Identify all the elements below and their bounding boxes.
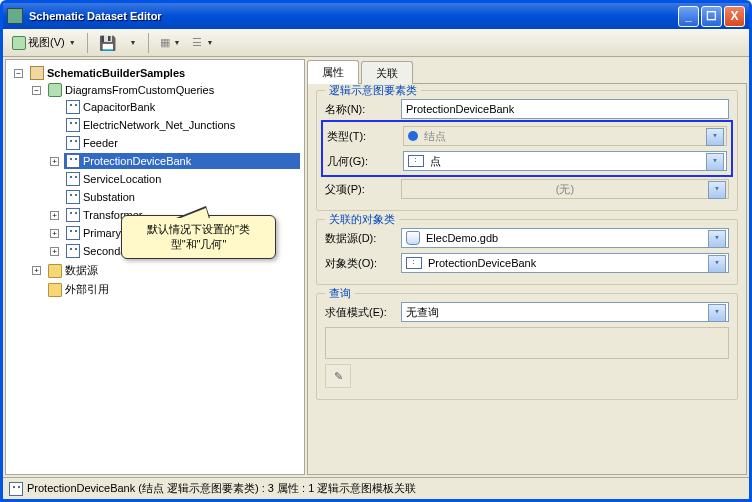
tree-datasources[interactable]: 数据源 — [46, 262, 300, 279]
builder-icon — [30, 66, 44, 80]
window-title: Schematic Dataset Editor — [29, 10, 676, 22]
objectclass-combo[interactable]: ProtectionDeviceBank — [401, 253, 729, 273]
tree-root[interactable]: SchematicBuilderSamples — [28, 65, 300, 81]
diagram-icon — [48, 83, 62, 97]
tool1-button[interactable]: ▦▼ — [155, 32, 186, 54]
status-text: ProtectionDeviceBank (结点 逻辑示意图要素类) : 3 属… — [27, 481, 416, 496]
tree-item[interactable]: ElectricNetwork_Net_Junctions — [64, 117, 300, 133]
expand-toggle[interactable]: − — [14, 69, 23, 78]
status-icon — [9, 482, 23, 496]
properties-pane: 属性 关联 逻辑示意图要素类 名称(N): ProtectionDeviceBa… — [307, 59, 747, 475]
expand-toggle[interactable]: + — [32, 266, 41, 275]
minimize-button[interactable]: _ — [678, 6, 699, 27]
schematic-group: 逻辑示意图要素类 名称(N): ProtectionDeviceBank 类型(… — [316, 90, 738, 211]
parent-combo[interactable]: (无) — [401, 179, 729, 199]
feature-icon — [66, 136, 80, 150]
query-group: 查询 求值模式(E): 无查询 ✎ — [316, 293, 738, 400]
view-icon — [12, 36, 26, 50]
feature-icon — [66, 226, 80, 240]
feature-icon — [66, 190, 80, 204]
name-field[interactable]: ProtectionDeviceBank — [401, 99, 729, 119]
tree-item-selected[interactable]: ProtectionDeviceBank — [64, 153, 300, 169]
callout-tooltip: 默认情况下设置的"类型"和"几何" — [121, 215, 276, 259]
geom-label: 几何(G): — [327, 154, 397, 169]
tab-properties[interactable]: 属性 — [307, 60, 359, 84]
assoc-group: 关联的对象类 数据源(D): ElecDemo.gdb 对象类(O): Prot… — [316, 219, 738, 285]
tree-diagrams[interactable]: DiagramsFromCustomQueries — [46, 82, 300, 98]
feature-icon — [66, 172, 80, 186]
content-area: − SchematicBuilderSamples − DiagramsFrom… — [3, 57, 749, 477]
datasource-combo[interactable]: ElecDemo.gdb — [401, 228, 729, 248]
tree-pane[interactable]: − SchematicBuilderSamples − DiagramsFrom… — [5, 59, 305, 475]
save-dropdown[interactable]: ▼ — [123, 32, 142, 54]
app-icon — [7, 8, 23, 24]
toolbar: 视图(V) ▼ 💾 ▼ ▦▼ ☰▼ — [3, 29, 749, 57]
parent-label: 父项(P): — [325, 182, 395, 197]
folder-icon — [48, 264, 62, 278]
expand-toggle[interactable]: + — [50, 247, 59, 256]
type-label: 类型(T): — [327, 129, 397, 144]
obj-label: 对象类(O): — [325, 256, 395, 271]
statusbar: ProtectionDeviceBank (结点 逻辑示意图要素类) : 3 属… — [3, 477, 749, 499]
close-button[interactable]: X — [724, 6, 745, 27]
ds-label: 数据源(D): — [325, 231, 395, 246]
maximize-button[interactable]: ☐ — [701, 6, 722, 27]
edit-query-button[interactable]: ✎ — [325, 364, 351, 388]
feature-icon — [66, 244, 80, 258]
feature-icon — [66, 100, 80, 114]
folder-icon — [48, 283, 62, 297]
feature-icon — [406, 257, 422, 269]
titlebar: Schematic Dataset Editor _ ☐ X — [3, 3, 749, 29]
tree-item[interactable]: ServiceLocation — [64, 171, 300, 187]
point-geom-icon — [408, 155, 424, 167]
feature-icon — [66, 154, 80, 168]
feature-icon — [66, 208, 80, 222]
tree-item[interactable]: CapacitorBank — [64, 99, 300, 115]
app-window: Schematic Dataset Editor _ ☐ X 视图(V) ▼ 💾… — [0, 0, 752, 502]
evalmode-combo[interactable]: 无查询 — [401, 302, 729, 322]
query-text — [325, 327, 729, 359]
feature-icon — [66, 118, 80, 132]
tab-content: 逻辑示意图要素类 名称(N): ProtectionDeviceBank 类型(… — [307, 83, 747, 475]
node-type-icon — [408, 131, 418, 141]
expand-toggle[interactable]: − — [32, 86, 41, 95]
mode-label: 求值模式(E): — [325, 305, 395, 320]
tab-relations[interactable]: 关联 — [361, 61, 413, 85]
expand-toggle[interactable]: + — [50, 157, 59, 166]
database-icon — [406, 231, 420, 245]
tab-bar: 属性 关联 — [307, 59, 747, 83]
view-menu[interactable]: 视图(V) ▼ — [7, 32, 81, 54]
expand-toggle[interactable]: + — [50, 211, 59, 220]
name-label: 名称(N): — [325, 102, 395, 117]
pencil-icon: ✎ — [334, 370, 343, 383]
chevron-down-icon: ▼ — [69, 39, 76, 46]
expand-toggle[interactable]: + — [50, 229, 59, 238]
highlight-box: 类型(T): 结点 几何(G): 点 — [321, 120, 733, 177]
tool2-button[interactable]: ☰▼ — [187, 32, 218, 54]
type-combo[interactable]: 结点 — [403, 126, 727, 146]
tree-item[interactable]: Feeder — [64, 135, 300, 151]
save-button[interactable]: 💾 — [94, 32, 121, 54]
tree-external[interactable]: 外部引用 — [46, 281, 300, 298]
geom-combo[interactable]: 点 — [403, 151, 727, 171]
